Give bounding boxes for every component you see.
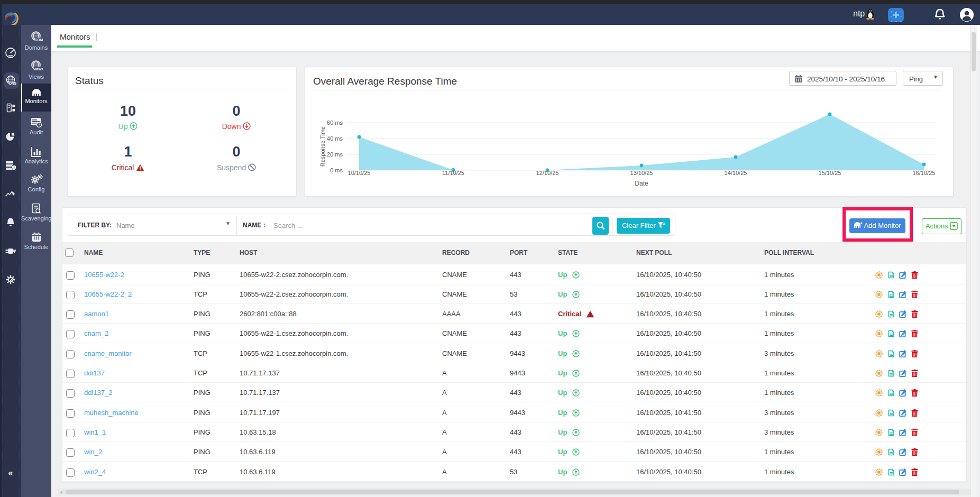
svg-text:Date: Date xyxy=(635,180,648,187)
svg-text:15/10/25: 15/10/25 xyxy=(819,170,841,176)
svg-text:11/10/25: 11/10/25 xyxy=(442,170,464,176)
svg-text:12/10/25: 12/10/25 xyxy=(536,170,559,176)
svg-text:DNS: DNS xyxy=(9,81,16,85)
svg-text:0 ms: 0 ms xyxy=(330,167,343,173)
svg-text:40 ms: 40 ms xyxy=(327,135,343,142)
svg-text:13/10/25: 13/10/25 xyxy=(630,170,653,176)
svg-text:VIEWS: VIEWS xyxy=(33,68,43,71)
svg-text:COM: COM xyxy=(34,38,43,42)
svg-text:x: x xyxy=(663,222,665,225)
svg-text:20 ms: 20 ms xyxy=(327,151,343,158)
svg-text:60 ms: 60 ms xyxy=(327,119,343,126)
svg-text:Response Time: Response Time xyxy=(319,126,326,167)
svg-text:14/10/25: 14/10/25 xyxy=(725,170,747,176)
svg-text:16/10/25: 16/10/25 xyxy=(913,170,936,176)
svg-text:10/10/25: 10/10/25 xyxy=(348,170,371,176)
